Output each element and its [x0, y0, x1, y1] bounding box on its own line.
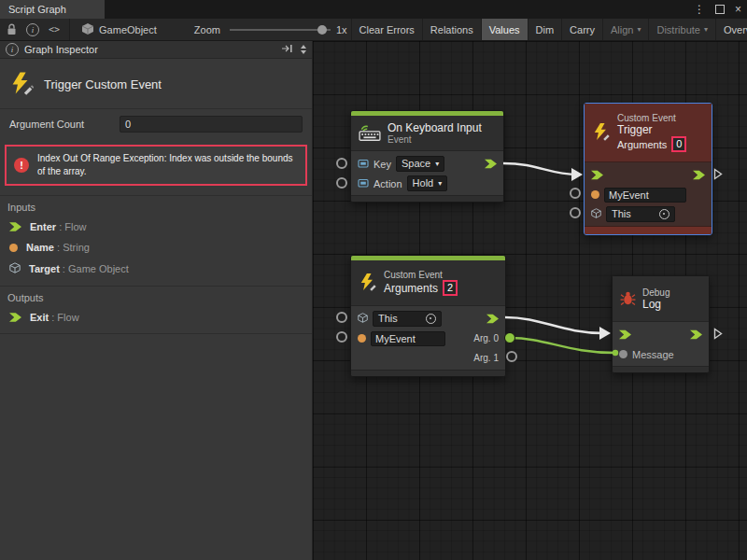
- node-title: On Keyboard Input: [388, 121, 482, 134]
- relations-button[interactable]: Relations: [422, 19, 481, 41]
- event-name-field[interactable]: MyEvent: [371, 331, 445, 346]
- target-picker-icon[interactable]: [426, 314, 436, 324]
- input-row-name: Name : String: [0, 237, 312, 258]
- cube-icon: [81, 22, 94, 37]
- graph-canvas[interactable]: On Keyboard Input Event Key Space ▾ Acti…: [313, 41, 747, 560]
- key-input-port[interactable]: [336, 158, 347, 169]
- arg1-label: Arg. 1: [473, 353, 499, 363]
- action-input-port[interactable]: [336, 177, 347, 189]
- message-port[interactable]: [619, 350, 627, 358]
- info-icon[interactable]: i: [26, 23, 39, 36]
- flow-out-port[interactable]: [690, 329, 702, 341]
- node-footer: [613, 366, 709, 372]
- zoom-label: Zoom: [194, 24, 220, 35]
- unit-title-block: Trigger Custom Event: [0, 59, 312, 108]
- arg1-output-port[interactable]: [506, 351, 517, 362]
- arg1-row: Arg. 1: [351, 348, 505, 368]
- node-title: Arguments: [384, 282, 438, 295]
- panel-scroll-icon[interactable]: [301, 45, 306, 54]
- node-subtitle: Event: [388, 134, 482, 145]
- key-label: Key: [374, 159, 391, 170]
- dock-icon[interactable]: [282, 44, 293, 55]
- target-row: This: [585, 204, 712, 224]
- io-name: Exit: [30, 312, 49, 323]
- flow-in-port[interactable]: [619, 329, 631, 341]
- argument-count-error-badge: 0: [671, 136, 686, 152]
- node-header[interactable]: Custom Event Arguments 2: [351, 260, 505, 306]
- flow-continue-arrow-icon: [713, 168, 723, 182]
- toolbar-buttons: Clear Errors Relations Values Dim Carry …: [351, 19, 747, 41]
- node-trigger-custom-event[interactable]: Custom Event Trigger Arguments 0 MyEvent: [584, 103, 712, 235]
- target-picker-icon[interactable]: [659, 209, 669, 219]
- divider: [0, 333, 312, 334]
- carry-button[interactable]: Carry: [561, 19, 602, 41]
- key-dropdown[interactable]: Space ▾: [396, 156, 444, 172]
- node-header[interactable]: Debug Log: [613, 276, 709, 322]
- code-icon[interactable]: <>: [49, 24, 60, 35]
- toolbar-separator: [69, 19, 70, 41]
- argument-count-label: Argument Count: [9, 119, 120, 130]
- error-icon: !: [14, 158, 29, 173]
- bug-icon: [620, 290, 636, 308]
- action-dropdown[interactable]: Hold ▾: [407, 175, 448, 191]
- maximize-icon[interactable]: [715, 5, 725, 14]
- trigger-flow-out-port[interactable]: [485, 159, 497, 170]
- zoom-slider-handle[interactable]: [317, 25, 327, 35]
- node-category: Debug: [642, 287, 669, 298]
- node-header[interactable]: Custom Event Trigger Arguments 0: [585, 104, 712, 162]
- values-button[interactable]: Values: [481, 19, 528, 41]
- node-custom-event-arguments[interactable]: Custom Event Arguments 2 This MyEvent Ar…: [350, 255, 506, 377]
- error-text: Index Out Of Range Exception: Index was …: [37, 152, 298, 178]
- tab-script-graph[interactable]: Script Graph: [0, 0, 105, 19]
- clear-errors-button[interactable]: Clear Errors: [351, 19, 422, 41]
- flow-row: [585, 165, 712, 185]
- flow-row: [613, 325, 709, 344]
- distribute-label: Distribute: [656, 19, 699, 41]
- gameobject-selector[interactable]: GameObject: [81, 22, 157, 37]
- overview-button[interactable]: Overv: [715, 19, 747, 41]
- flow-out-port[interactable]: [693, 170, 705, 181]
- outputs-header: Outputs: [0, 287, 312, 307]
- output-row-exit: Exit : Flow: [0, 307, 312, 328]
- io-type: : Game Object: [60, 263, 129, 274]
- arg0-output-port[interactable]: [504, 332, 515, 343]
- info-icon: i: [6, 43, 19, 56]
- wire-arrowhead: [599, 327, 611, 340]
- node-debug-log[interactable]: Debug Log Message: [612, 275, 710, 373]
- target-row: This: [351, 309, 505, 329]
- flow-out-port[interactable]: [486, 314, 499, 325]
- target-dropdown[interactable]: This: [606, 206, 675, 222]
- node-on-keyboard-input[interactable]: On Keyboard Input Event Key Space ▾ Acti…: [350, 110, 504, 203]
- distribute-button[interactable]: Distribute ▾: [648, 19, 714, 41]
- io-name: Name: [26, 242, 54, 253]
- align-button[interactable]: Align ▾: [602, 19, 648, 41]
- string-port-icon: [591, 190, 599, 199]
- node-header[interactable]: On Keyboard Input Event: [351, 116, 503, 151]
- argument-count-input[interactable]: 0: [120, 116, 303, 133]
- inputs-header: Inputs: [0, 196, 312, 217]
- close-icon[interactable]: ×: [735, 0, 741, 19]
- flow-in-port[interactable]: [591, 170, 603, 181]
- arguments-target-input-port[interactable]: [336, 312, 347, 323]
- event-name-field[interactable]: MyEvent: [604, 188, 686, 203]
- dim-button[interactable]: Dim: [528, 19, 562, 41]
- argument-count-row: Argument Count 0: [0, 109, 312, 136]
- node-title: Log: [642, 298, 669, 311]
- target-value: This: [378, 312, 398, 326]
- target-value: This: [612, 207, 631, 221]
- event-name-row: MyEvent Arg. 0: [351, 329, 505, 348]
- menu-icon[interactable]: ⋮: [694, 0, 705, 19]
- trigger-target-input-port[interactable]: [570, 207, 581, 218]
- trigger-name-input-port[interactable]: [570, 188, 581, 199]
- window-controls: ⋮ ×: [694, 0, 741, 19]
- arguments-name-input-port[interactable]: [336, 331, 347, 343]
- node-footer: [585, 226, 712, 234]
- zoom-slider[interactable]: [230, 29, 331, 31]
- target-dropdown[interactable]: This: [373, 311, 442, 327]
- arguments-label: Arguments: [617, 139, 667, 150]
- graph-inspector-title: Graph Inspector: [24, 44, 98, 55]
- wire-arguments-to-log: [505, 317, 604, 333]
- graph-inspector-header: i Graph Inspector: [0, 41, 312, 59]
- flow-port-icon: [9, 312, 21, 323]
- lock-icon[interactable]: [7, 23, 17, 35]
